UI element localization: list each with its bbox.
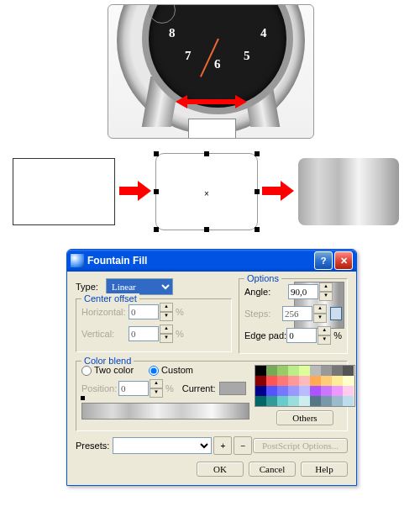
color-swatch[interactable] [321, 386, 332, 396]
dialog-body: Type: Linear Center offset Horizontal: ▲… [67, 272, 356, 485]
step-rect-plain [13, 158, 115, 225]
color-swatch[interactable] [277, 386, 288, 396]
color-swatch[interactable] [288, 396, 299, 406]
color-swatch[interactable] [343, 396, 354, 406]
color-swatch[interactable] [266, 376, 277, 386]
center-offset-group: Center offset Horizontal: ▲▼ % Vertical:… [76, 298, 232, 352]
presets-label: Presets: [76, 441, 109, 451]
steps-input [282, 306, 312, 321]
subdial-right [149, 4, 176, 24]
width-arrow [176, 95, 247, 108]
others-button[interactable]: Others [276, 410, 333, 425]
fountain-fill-dialog: Fountain Fill ? ✕ Type: Linear Center of… [66, 249, 357, 486]
current-label: Current: [182, 383, 216, 393]
color-swatch[interactable] [332, 386, 343, 396]
vertical-label: Vertical: [81, 329, 129, 339]
color-swatch[interactable] [321, 396, 332, 406]
color-swatch[interactable] [288, 386, 299, 396]
color-swatch[interactable] [332, 396, 343, 406]
color-swatch[interactable] [343, 386, 354, 396]
color-swatch[interactable] [299, 376, 310, 386]
color-swatch[interactable] [277, 366, 288, 376]
custom-radio[interactable]: Custom [149, 365, 193, 376]
current-color-swatch[interactable] [219, 382, 246, 395]
preset-add-button[interactable]: + [213, 436, 232, 455]
step-rect-selected[interactable]: × [155, 153, 258, 230]
arrow-right-icon [262, 181, 294, 201]
angle-input[interactable] [288, 284, 318, 299]
spin-up[interactable]: ▲ [319, 282, 333, 292]
ok-button[interactable]: OK [197, 462, 244, 477]
color-swatch[interactable] [288, 366, 299, 376]
help-button[interactable]: Help [301, 462, 348, 477]
horizontal-input [129, 304, 159, 319]
cancel-button[interactable]: Cancel [249, 462, 296, 477]
edgepad-input[interactable] [286, 328, 317, 343]
spin-down[interactable]: ▼ [319, 292, 333, 301]
color-swatch[interactable] [321, 376, 332, 386]
color-swatch[interactable] [332, 366, 343, 376]
color-swatch[interactable] [288, 376, 299, 386]
steps-label: Steps: [244, 309, 282, 319]
watch-numeral: 8 [169, 26, 176, 40]
canvas: 4 5 6 7 8 × Fountain Fill ? ✕ [0, 0, 420, 512]
color-swatch[interactable] [310, 376, 321, 386]
preset-remove-button[interactable]: − [234, 436, 252, 455]
color-swatch[interactable] [255, 366, 266, 376]
color-swatch[interactable] [255, 386, 266, 396]
color-swatch[interactable] [266, 396, 277, 406]
watch-preview: 4 5 6 7 8 [108, 4, 314, 139]
watch-band [188, 119, 236, 138]
spin-down: ▼ [160, 312, 173, 321]
app-icon [71, 254, 84, 267]
color-blend-group: Color blend Two color Custom Position: ▲… [76, 361, 348, 431]
color-swatch[interactable] [299, 396, 310, 406]
titlebar[interactable]: Fountain Fill ? ✕ [67, 250, 356, 272]
type-label: Type: [76, 282, 106, 292]
help-button[interactable]: ? [314, 251, 333, 270]
color-swatch[interactable] [332, 376, 343, 386]
color-swatch[interactable] [321, 366, 332, 376]
gradient-editor[interactable] [81, 403, 249, 420]
vertical-input [129, 326, 159, 341]
watch-numeral: 4 [260, 26, 267, 40]
angle-label: Angle: [244, 287, 288, 297]
presets-select[interactable] [113, 437, 212, 454]
color-swatch[interactable] [299, 366, 310, 376]
center-offset-legend: Center offset [81, 293, 139, 304]
color-swatch[interactable] [266, 366, 277, 376]
lock-icon[interactable] [330, 307, 342, 320]
options-legend: Options [244, 273, 281, 283]
color-swatch[interactable] [343, 376, 354, 386]
options-group: Options Angle: ▲▼ Steps: ▲▼ [239, 278, 348, 354]
color-swatch[interactable] [343, 366, 354, 376]
color-swatch[interactable] [299, 386, 310, 396]
color-swatch[interactable] [255, 396, 266, 406]
step-rect-gradient [298, 158, 399, 225]
two-color-radio[interactable]: Two color [81, 365, 134, 376]
position-input [118, 381, 149, 396]
edgepad-label: Edge pad: [244, 330, 286, 340]
color-swatch[interactable] [310, 396, 321, 406]
watch-numeral: 7 [185, 49, 192, 63]
color-swatch[interactable] [310, 386, 321, 396]
position-label: Position: [81, 383, 118, 393]
horizontal-label: Horizontal: [81, 307, 129, 317]
close-button[interactable]: ✕ [334, 251, 353, 270]
type-select[interactable]: Linear [106, 278, 173, 295]
dialog-title: Fountain Fill [87, 255, 147, 267]
color-swatch[interactable] [277, 376, 288, 386]
color-swatch[interactable] [266, 386, 277, 396]
color-swatch[interactable] [255, 376, 266, 386]
postscript-button: PostScript Options... [253, 438, 348, 453]
color-blend-legend: Color blend [81, 356, 134, 366]
watch-numeral: 6 [214, 57, 221, 71]
watch-numeral: 5 [244, 49, 250, 63]
arrow-right-icon [119, 181, 151, 201]
color-swatch[interactable] [310, 366, 321, 376]
color-palette[interactable] [255, 365, 355, 407]
spin-up: ▲ [160, 303, 173, 312]
color-swatch[interactable] [277, 396, 288, 406]
